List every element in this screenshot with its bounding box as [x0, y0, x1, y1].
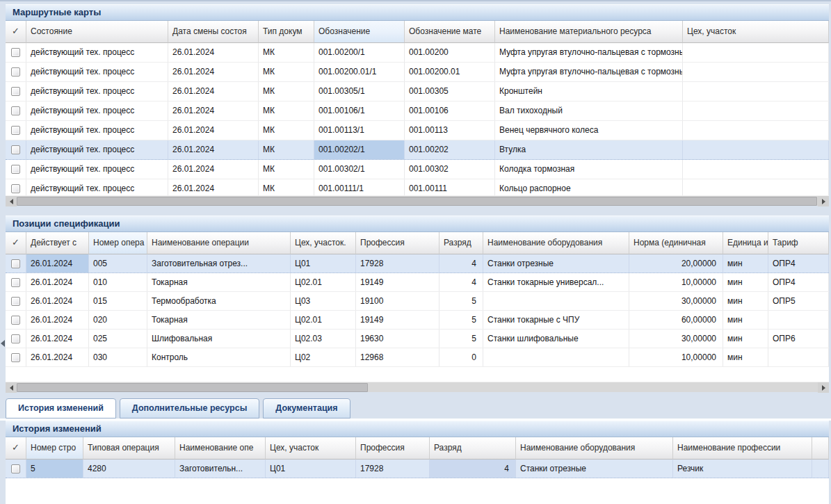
table-cell[interactable]: 26.01.2024	[168, 101, 259, 120]
row-checkbox[interactable]	[11, 106, 20, 115]
table-cell[interactable]: 4	[439, 254, 483, 273]
table-cell[interactable]: 26.01.2024	[26, 254, 89, 273]
table-cell[interactable]: Венец червячного колеса	[495, 121, 683, 140]
table-cell[interactable]: Ц02.03	[291, 330, 356, 348]
table-cell[interactable]: Ц02.01	[291, 311, 356, 329]
table-cell[interactable]	[683, 43, 829, 62]
table-cell[interactable]: Втулка	[495, 140, 683, 159]
table-cell[interactable]: 26.01.2024	[26, 273, 89, 291]
table-cell[interactable]: 001.00106/1	[314, 101, 405, 120]
scroll-right-button[interactable]	[818, 382, 829, 393]
table-cell[interactable]: мин	[723, 330, 768, 348]
table-cell[interactable]: 5	[26, 460, 83, 478]
column-header[interactable]: Обозначение	[314, 21, 405, 43]
table-cell[interactable]: 020	[89, 311, 147, 329]
table-row[interactable]: 26.01.2024010ТокарнаяЦ02.01191494Станки …	[6, 273, 829, 292]
column-header[interactable]: Профессия	[356, 437, 430, 460]
table-cell[interactable]: Станки шлифовальные	[483, 330, 629, 348]
select-all-header[interactable]: ✓	[6, 437, 26, 460]
table-row[interactable]: действующий тех. процесс26.01.2024МК001.…	[6, 43, 829, 63]
table-cell[interactable]: 001.00305/1	[314, 82, 405, 101]
table-cell[interactable]: МК	[259, 121, 314, 140]
table-cell[interactable]: 001.00106	[405, 101, 495, 120]
table-cell[interactable]: ОПР5	[768, 292, 829, 310]
column-header[interactable]: Профессия	[356, 232, 439, 254]
table-cell[interactable]: 26.01.2024	[168, 140, 259, 159]
table-cell[interactable]: 20,00000	[629, 254, 723, 273]
table-cell[interactable]: 001.00202	[405, 140, 495, 159]
table-cell[interactable]: мин	[723, 348, 768, 366]
table-row[interactable]: действующий тех. процесс26.01.2024МК001.…	[6, 160, 829, 179]
table-cell[interactable]: Вал тихоходный	[495, 101, 683, 120]
table-cell[interactable]: 5	[439, 311, 483, 329]
row-checkbox[interactable]	[11, 464, 20, 473]
column-header[interactable]: Наименование материального ресурса	[495, 21, 683, 43]
row-checkbox[interactable]	[11, 87, 20, 96]
table-row[interactable]: действующий тех. процесс26.01.2024МК001.…	[6, 82, 829, 101]
table-cell[interactable]: Термообработка	[147, 292, 291, 310]
column-header[interactable]: Дата смены состоя	[168, 21, 259, 43]
table-cell[interactable]	[768, 348, 829, 366]
column-header[interactable]: Разряд	[430, 437, 516, 460]
column-header[interactable]: Разряд	[439, 232, 483, 254]
table-cell[interactable]: 001.00200	[405, 43, 495, 62]
table-cell[interactable]: мин	[723, 254, 768, 273]
table-cell[interactable]: 19100	[356, 292, 439, 310]
table-cell[interactable]: 26.01.2024	[168, 179, 259, 195]
table-cell[interactable]: 001.00305	[405, 82, 495, 101]
table-cell[interactable]: 5	[439, 292, 483, 310]
table-cell[interactable]: Токарная	[147, 311, 291, 329]
table-cell[interactable]: 12968	[356, 348, 439, 366]
column-header[interactable]: Единица и	[723, 232, 768, 254]
table-cell[interactable]: ОПР4	[768, 254, 829, 273]
table-cell[interactable]: ОПР6	[768, 330, 829, 348]
select-all-header[interactable]: ✓	[6, 232, 26, 254]
table-cell[interactable]: 10,00000	[629, 273, 723, 291]
table-cell[interactable]: 030	[89, 348, 147, 366]
table-cell[interactable]: МК	[259, 43, 314, 62]
column-header[interactable]: Наименование опе	[175, 437, 266, 460]
table-row[interactable]: действующий тех. процесс26.01.2024МК001.…	[6, 63, 829, 82]
table-cell[interactable]: Токарная	[147, 273, 291, 291]
table-cell[interactable]: 26.01.2024	[26, 311, 89, 329]
table-cell[interactable]: Станки отрезные	[483, 254, 629, 273]
column-header[interactable]: Цех, участок	[266, 437, 356, 460]
table-row[interactable]: 26.01.2024030КонтрольЦ0212968010,00000ми…	[6, 348, 829, 367]
table-row[interactable]: действующий тех. процесс26.01.2024МК001.…	[6, 179, 829, 195]
table-row[interactable]: 26.01.2024005Заготовительная отрез...Ц01…	[6, 254, 829, 273]
column-header[interactable]: Типовая операция	[83, 437, 175, 460]
table-cell[interactable]	[683, 101, 829, 120]
column-header[interactable]: Обозначение мате	[405, 21, 495, 43]
table-cell[interactable]	[483, 292, 629, 310]
spec-positions-hscrollbar[interactable]	[6, 382, 829, 392]
table-cell[interactable]: действующий тех. процесс	[26, 121, 168, 140]
table-cell[interactable]: Муфта упругая втулочно-пальцевая с тормо…	[495, 43, 683, 62]
column-header[interactable]: Состояние	[26, 21, 168, 43]
table-cell[interactable]: действующий тех. процесс	[26, 63, 168, 81]
table-cell[interactable]: 001.00200.01	[405, 63, 495, 81]
table-cell[interactable]: 025	[89, 330, 147, 348]
table-cell[interactable]: 17928	[356, 254, 439, 273]
table-cell[interactable]: Резчик	[673, 460, 812, 478]
row-checkbox[interactable]	[11, 278, 20, 287]
column-header[interactable]: Наименование оборудования	[516, 437, 673, 460]
table-cell[interactable]: 010	[89, 273, 147, 291]
row-checkbox[interactable]	[11, 334, 20, 343]
table-cell[interactable]	[483, 348, 629, 366]
scrollbar-thumb[interactable]	[17, 197, 817, 206]
table-cell[interactable]: 19149	[356, 311, 439, 329]
table-cell[interactable]: 30,00000	[629, 330, 723, 348]
table-cell[interactable]: 26.01.2024	[168, 43, 259, 62]
table-cell[interactable]: 17928	[356, 460, 430, 478]
table-cell[interactable]: 26.01.2024	[168, 63, 259, 81]
row-checkbox[interactable]	[11, 126, 20, 135]
table-cell[interactable]: 001.00302/1	[314, 160, 405, 179]
table-cell[interactable]: ОПР4	[768, 273, 829, 291]
table-cell[interactable]: Шлифовальная	[147, 330, 291, 348]
row-checkbox[interactable]	[11, 316, 20, 325]
table-cell[interactable]: Заготовительн...	[175, 460, 266, 478]
table-cell[interactable]: действующий тех. процесс	[26, 101, 168, 120]
scroll-left-button[interactable]	[6, 196, 17, 206]
row-checkbox[interactable]	[11, 353, 20, 362]
table-row[interactable]: действующий тех. процесс26.01.2024МК001.…	[6, 140, 829, 160]
